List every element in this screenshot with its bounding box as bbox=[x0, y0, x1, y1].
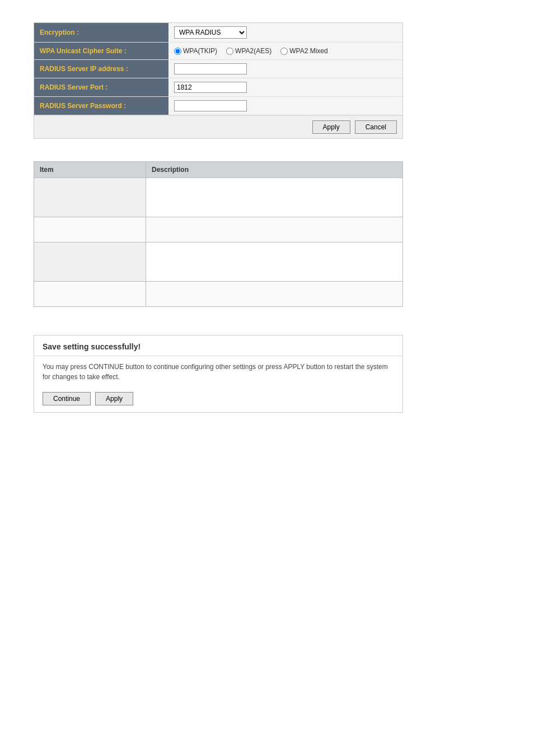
radius-password-label: RADIUS Server Password : bbox=[34, 97, 168, 115]
table-row bbox=[34, 217, 403, 242]
save-box-buttons: Continue Apply bbox=[34, 388, 402, 412]
radius-password-row: RADIUS Server Password : bbox=[34, 97, 402, 115]
table-row bbox=[34, 178, 403, 217]
table-cell-value bbox=[146, 282, 403, 307]
table-cell-value bbox=[146, 217, 403, 242]
info-table: Item Description bbox=[34, 161, 403, 307]
cipher-mixed-radio[interactable] bbox=[280, 48, 288, 55]
save-box-message: You may press CONTINUE button to continu… bbox=[34, 356, 402, 388]
page-wrapper: Encryption : WPA RADIUS WPA WPA2 WEP WPA… bbox=[0, 0, 534, 756]
cipher-aes-radio[interactable] bbox=[226, 48, 233, 55]
encryption-form: Encryption : WPA RADIUS WPA WPA2 WEP WPA… bbox=[34, 22, 403, 139]
table-cell-label bbox=[34, 217, 146, 242]
col-description: Description bbox=[146, 162, 403, 178]
radius-password-input[interactable] bbox=[174, 100, 247, 111]
encryption-value: WPA RADIUS WPA WPA2 WEP bbox=[168, 23, 402, 42]
cipher-radio-group: WPA(TKIP) WPA2(AES) WPA2 Mixed bbox=[174, 47, 328, 55]
cipher-tkip-label[interactable]: WPA(TKIP) bbox=[174, 47, 217, 55]
save-apply-button[interactable]: Apply bbox=[95, 392, 133, 405]
table-cell-value bbox=[146, 178, 403, 217]
radius-ip-row: RADIUS Server IP address : bbox=[34, 60, 402, 78]
table-cell-label bbox=[34, 242, 146, 282]
cipher-row: WPA Unicast Cipher Suite : WPA(TKIP) WPA… bbox=[34, 43, 402, 60]
radius-ip-input[interactable] bbox=[174, 63, 247, 74]
table-row bbox=[34, 282, 403, 307]
table-row bbox=[34, 242, 403, 282]
table-header-row: Item Description bbox=[34, 162, 403, 178]
cipher-value: WPA(TKIP) WPA2(AES) WPA2 Mixed bbox=[168, 43, 402, 59]
cipher-label: WPA Unicast Cipher Suite : bbox=[34, 43, 168, 59]
radius-port-label: RADIUS Server Port : bbox=[34, 78, 168, 96]
radius-port-row: RADIUS Server Port : bbox=[34, 78, 402, 97]
encryption-select[interactable]: WPA RADIUS WPA WPA2 WEP bbox=[174, 26, 247, 39]
radius-ip-label: RADIUS Server IP address : bbox=[34, 60, 168, 78]
apply-button[interactable]: Apply bbox=[312, 120, 350, 134]
save-box-title: Save setting successfully! bbox=[34, 335, 402, 356]
cipher-aes-label[interactable]: WPA2(AES) bbox=[226, 47, 271, 55]
table-cell-label bbox=[34, 178, 146, 217]
cipher-tkip-radio[interactable] bbox=[174, 48, 181, 55]
save-setting-box: Save setting successfully! You may press… bbox=[34, 335, 403, 413]
col-item: Item bbox=[34, 162, 146, 178]
radius-password-value bbox=[168, 97, 402, 115]
form-buttons-row: Apply Cancel bbox=[34, 115, 402, 138]
table-cell-value bbox=[146, 242, 403, 282]
encryption-label: Encryption : bbox=[34, 23, 168, 42]
encryption-row: Encryption : WPA RADIUS WPA WPA2 WEP bbox=[34, 23, 402, 43]
cipher-tkip-text: WPA(TKIP) bbox=[183, 47, 217, 55]
continue-button[interactable]: Continue bbox=[43, 392, 91, 405]
radius-ip-value bbox=[168, 60, 402, 78]
cipher-mixed-text: WPA2 Mixed bbox=[289, 47, 327, 55]
cipher-mixed-label[interactable]: WPA2 Mixed bbox=[280, 47, 327, 55]
radius-port-input[interactable] bbox=[174, 82, 247, 93]
cipher-aes-text: WPA2(AES) bbox=[235, 47, 271, 55]
radius-port-value bbox=[168, 78, 402, 96]
cancel-button[interactable]: Cancel bbox=[355, 120, 397, 134]
table-cell-label bbox=[34, 282, 146, 307]
